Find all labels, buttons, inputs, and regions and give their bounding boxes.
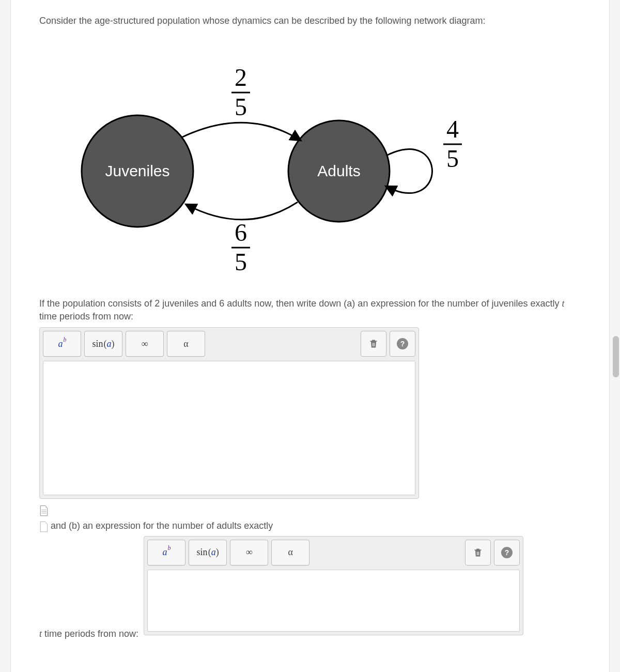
edge-juv-to-adult xyxy=(181,123,300,140)
toolbar-b: ab sin (a) ∞ α ? xyxy=(147,540,520,566)
help-button[interactable]: ? xyxy=(390,331,415,357)
clear-button[interactable] xyxy=(465,540,491,566)
network-diagram: Juveniles Adults 2 5 6 5 4 5 xyxy=(39,37,581,287)
prompt-a: If the population consists of 2 juvenile… xyxy=(39,297,581,323)
edge-adult-to-juv xyxy=(187,202,298,220)
scrollbar-thumb[interactable] xyxy=(613,336,619,377)
node-adults-label: Adults xyxy=(317,162,360,179)
clear-button[interactable] xyxy=(361,331,386,357)
prompt-a-var: t xyxy=(562,298,565,309)
intro-text: Consider the age-structured population w… xyxy=(39,16,581,26)
toolbar-btn-alpha[interactable]: α xyxy=(167,331,205,357)
trash-icon xyxy=(473,547,483,558)
prompt-b-pre: and (b) an expression for the number of … xyxy=(51,520,273,532)
edge-adult-self-num: 4 xyxy=(446,115,459,143)
answer-input-b[interactable] xyxy=(147,570,520,632)
scrollbar-track[interactable] xyxy=(612,0,619,672)
toolbar-btn-sin[interactable]: sin (a) xyxy=(189,540,227,566)
edge-adult-self xyxy=(386,149,432,193)
help-button[interactable]: ? xyxy=(494,540,520,566)
toolbar-btn-alpha[interactable]: α xyxy=(271,540,309,566)
diagram-svg: Juveniles Adults 2 5 6 5 4 5 xyxy=(39,37,494,285)
edge-adult-to-juv-den: 5 xyxy=(235,248,247,276)
answer-input-a[interactable] xyxy=(43,361,415,495)
equation-b-wrap: t time periods from now: ab sin (a) ∞ α … xyxy=(39,536,581,639)
document-icon[interactable] xyxy=(39,505,49,516)
prompt-b-row: and (b) an expression for the number of … xyxy=(39,520,581,532)
help-icon: ? xyxy=(397,338,408,349)
equation-editor-a: ab sin (a) ∞ α ? xyxy=(39,327,419,499)
equation-editor-b: ab sin (a) ∞ α ? xyxy=(144,536,523,635)
toolbar-a: ab sin (a) ∞ α ? xyxy=(43,331,415,357)
toolbar-btn-superscript[interactable]: ab xyxy=(147,540,185,566)
node-juveniles-label: Juveniles xyxy=(105,162,169,179)
toolbar-btn-infinity[interactable]: ∞ xyxy=(126,331,164,357)
toolbar-btn-superscript[interactable]: ab xyxy=(43,331,81,357)
trash-icon xyxy=(368,339,379,349)
prompt-a-pre: If the population consists of 2 juvenile… xyxy=(39,298,562,309)
question-page: Consider the age-structured population w… xyxy=(10,0,610,672)
toolbar-btn-infinity[interactable]: ∞ xyxy=(230,540,268,566)
edge-adult-self-den: 5 xyxy=(446,145,459,172)
toolbar-btn-sin[interactable]: sin (a) xyxy=(84,331,122,357)
edge-juv-to-adult-den: 5 xyxy=(235,93,247,120)
help-icon: ? xyxy=(501,547,513,558)
prompt-a-post: time periods from now: xyxy=(39,311,133,322)
edge-adult-to-juv-num: 6 xyxy=(235,219,247,246)
prompt-b-tail: t time periods from now: xyxy=(39,536,138,639)
attachment-line-a xyxy=(39,505,581,516)
edge-juv-to-adult-num: 2 xyxy=(235,64,247,91)
document-icon[interactable] xyxy=(39,521,49,532)
